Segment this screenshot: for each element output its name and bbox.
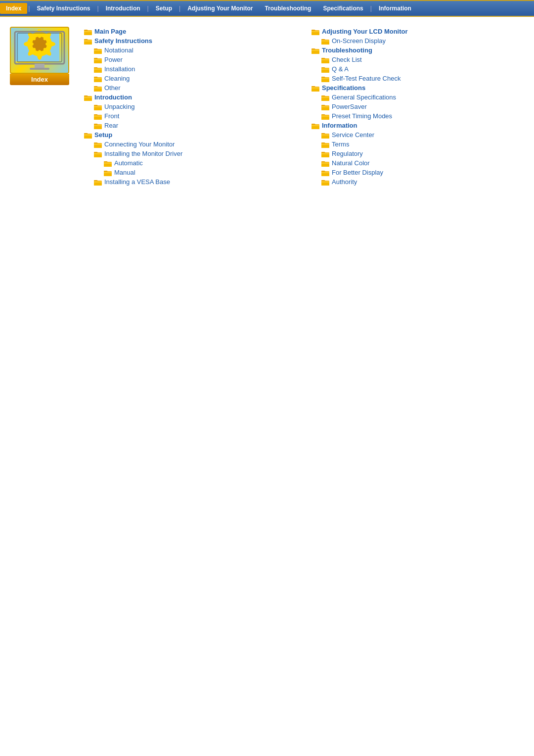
folder-icon [321,56,329,63]
folder-icon [312,85,319,92]
tree-item-powersaver[interactable]: PowerSaver [321,102,524,111]
tree-label: Introduction [94,94,132,101]
svg-rect-82 [94,181,102,183]
svg-rect-130 [321,134,329,136]
main-content: Index Main Page Safety Instructions Nota… [0,17,534,196]
tree-label: Terms [332,141,349,148]
tree-item-notational[interactable]: Notational [94,46,297,55]
folder-icon [321,132,329,139]
nav-information[interactable]: Information [373,3,417,14]
tree-label: Troubleshooting [322,47,372,54]
tree-item-main-page[interactable]: Main Page [84,27,297,36]
tree-label: Information [322,122,357,129]
tree-item-other[interactable]: Other [94,83,297,93]
tree-item-rear[interactable]: Rear [94,121,297,130]
nav-separator-3: | [146,5,150,12]
nav-specifications[interactable]: Specifications [317,3,369,14]
tree-item-front[interactable]: Front [94,111,297,121]
nav-troubleshooting[interactable]: Troubleshooting [259,3,317,14]
tree-item-power[interactable]: Power [94,55,297,64]
tree-item-safety-instructions[interactable]: Safety Instructions [84,36,297,46]
tree-item-installation[interactable]: Installation [94,64,297,74]
svg-rect-13 [30,68,49,70]
tree-label: Installing a VESA Base [104,178,170,186]
tree-item-on-screen-display[interactable]: On-Screen Display [321,36,524,46]
folder-icon [312,122,319,129]
left-tree: Main Page Safety Instructions Notational… [79,27,297,187]
folder-icon [94,56,102,63]
svg-rect-30 [94,59,102,60]
nav-separator-4: | [178,5,181,12]
tree-label: Regulatory [332,150,363,157]
folder-icon [94,75,102,82]
folder-icon [104,169,112,176]
folder-icon [94,85,102,92]
tree-item-connecting-your-monitor[interactable]: Connecting Your Monitor [94,140,297,149]
tree-label: Manual [114,169,135,176]
svg-rect-142 [321,162,329,164]
svg-rect-42 [94,87,102,89]
nav-separator-2: | [96,5,100,12]
tree-label: For Better Display [332,169,383,176]
tree-item-terms[interactable]: Terms [321,140,524,149]
folder-icon [321,94,329,101]
folder-icon [94,150,102,157]
tree-label: Other [104,84,121,92]
tree-item-automatic[interactable]: Automatic [104,158,297,168]
svg-rect-94 [312,49,319,51]
svg-rect-118 [321,106,329,107]
tree-item-preset-timing-modes[interactable]: Preset Timing Modes [321,111,524,121]
tree-item-natural-color[interactable]: Natural Color [321,158,524,168]
svg-rect-106 [321,78,329,79]
folder-icon [94,103,102,110]
tree-label: Natural Color [332,159,370,167]
tree-item-unpacking[interactable]: Unpacking [94,102,297,111]
nav-setup[interactable]: Setup [150,3,178,14]
tree-item-for-better-display[interactable]: For Better Display [321,168,524,177]
svg-rect-98 [321,59,329,60]
tree-item-troubleshooting[interactable]: Troubleshooting [312,46,524,55]
tree-item-authority[interactable]: Authority [321,177,524,187]
nav-adjusting[interactable]: Adjusting Your Monitor [181,3,259,14]
tree-item-specifications[interactable]: Specifications [312,83,524,93]
tree-item-information[interactable]: Information [312,121,524,130]
folder-icon [321,113,329,120]
svg-rect-138 [321,153,329,154]
svg-rect-110 [312,87,319,89]
nav-introduction[interactable]: Introduction [100,3,146,14]
tree-item-manual[interactable]: Manual [104,168,297,177]
folder-icon [94,179,102,186]
svg-rect-78 [104,172,112,173]
svg-rect-18 [84,31,92,32]
nav-safety[interactable]: Safety Instructions [31,3,96,14]
tree-item-adjusting-your-lcd-monitor[interactable]: Adjusting Your LCD Monitor [312,27,524,36]
tree-item-service-center[interactable]: Service Center [321,130,524,140]
tree-item-general-specifications[interactable]: General Specifications [321,93,524,102]
tree-item-introduction[interactable]: Introduction [84,93,297,102]
tree-item-installing-a-vesa-base[interactable]: Installing a VESA Base [94,177,297,187]
folder-icon [104,160,112,167]
tree-label: Power [104,56,123,63]
tree-item-regulatory[interactable]: Regulatory [321,149,524,158]
tree-item-q-a[interactable]: Q & A [321,64,524,74]
nav-index[interactable]: Index [0,3,27,14]
tree-item-installing-the-monitor-driver[interactable]: Installing the Monitor Driver [94,149,297,158]
right-tree: Adjusting Your LCD Monitor On-Screen Dis… [297,27,524,187]
tree-label: Front [104,112,119,120]
tree-label: Specifications [322,84,365,92]
tree-item-setup[interactable]: Setup [84,130,297,140]
tree-label: Main Page [94,28,126,35]
svg-rect-102 [321,68,329,70]
tree-label: Cleaning [104,75,130,82]
tree-container: Main Page Safety Instructions Notational… [79,27,524,187]
tree-label: Setup [94,131,112,139]
tree-item-check-list[interactable]: Check List [321,55,524,64]
svg-point-5 [45,42,55,47]
svg-rect-62 [84,134,92,136]
tree-item-self-test-feature-check[interactable]: Self-Test Feature Check [321,74,524,83]
tree-label: Self-Test Feature Check [332,75,400,82]
folder-icon [94,66,102,73]
index-label: Index [10,74,69,85]
tree-label: Q & A [332,65,349,73]
tree-item-cleaning[interactable]: Cleaning [94,74,297,83]
